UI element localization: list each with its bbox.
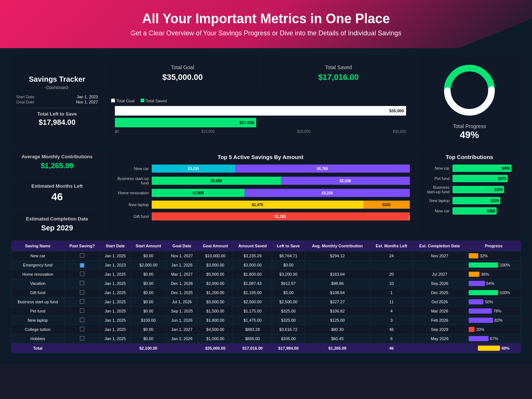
cell-past[interactable] bbox=[64, 251, 100, 261]
cell-avg-monthly: $98.86 bbox=[305, 279, 370, 288]
table-row: Hobbies Jan 1, 2025 $0.00 Jan 1, 2026 $1… bbox=[11, 334, 521, 343]
donut-chart bbox=[440, 61, 499, 120]
cell-goal-amount: $3,000.00 bbox=[198, 261, 233, 270]
cell-avg-monthly: $163.64 bbox=[305, 270, 370, 279]
bar-chart-card: Total Goal Total Saved $35,000 $17,016 bbox=[106, 93, 415, 146]
checkbox[interactable] bbox=[80, 281, 84, 285]
cell-avg-monthly: $125.00 bbox=[305, 316, 370, 325]
cell-left-to-save: $5.00 bbox=[272, 288, 305, 297]
cell-est-completion: Sep 2026 bbox=[413, 279, 466, 288]
cell-progress: 20% bbox=[466, 325, 521, 334]
cell-start-date: Jan 1, 2025 bbox=[100, 325, 130, 334]
top5-bar5-seg2: $5 bbox=[409, 212, 410, 220]
cell-start-amount: $0.00 bbox=[131, 307, 166, 316]
cell-left-to-save: $912.57 bbox=[272, 279, 305, 288]
cell-past[interactable]: ✓ bbox=[64, 261, 100, 270]
th-est-months: Est. Months Left bbox=[370, 241, 413, 251]
cell-goal-amount: $1,800.00 bbox=[198, 316, 233, 325]
th-amount-saved: Amount Saved bbox=[233, 241, 272, 251]
goal-date-value: Nov 1, 2027 bbox=[76, 100, 98, 104]
cell-past[interactable] bbox=[64, 270, 100, 279]
legend-goal: Total Goal bbox=[111, 99, 135, 103]
cell-past[interactable] bbox=[64, 297, 100, 307]
cell-goal-amount: $1,500.00 bbox=[198, 307, 233, 316]
completion-date-value: Sep 2029 bbox=[16, 224, 98, 232]
top5-title: Top 5 Active Savings By Amount bbox=[111, 154, 410, 160]
top5-chart: New car $3,235 $6,765 Business start-up … bbox=[111, 165, 410, 220]
total-goal-card: Total Goal $35,000.00 bbox=[106, 56, 259, 91]
cell-left-to-save: $6,764.71 bbox=[272, 251, 305, 261]
contrib-row-4: New car $300 bbox=[423, 207, 516, 215]
cell-goal-date: Nov 1, 2027 bbox=[166, 251, 197, 261]
total-saved-label: Total Saved bbox=[325, 64, 352, 70]
cell-est-months: 4 bbox=[370, 307, 413, 316]
cell-amount-saved: $1,195.00 bbox=[233, 288, 272, 297]
table-row: Pet fund Jan 1, 2025 $0.00 Sep 1, 2025 $… bbox=[11, 307, 521, 316]
cell-est-completion: May 2026 bbox=[413, 334, 466, 343]
checkbox[interactable] bbox=[80, 308, 84, 313]
checkbox[interactable] bbox=[80, 299, 84, 304]
footer-empty4 bbox=[413, 343, 466, 353]
cell-start-date: Jan 1, 2025 bbox=[100, 307, 130, 316]
cell-amount-saved: $1,800.00 bbox=[233, 270, 272, 279]
cell-name: Business start-up fund bbox=[11, 297, 64, 307]
mid-row: Average Monthly Contributions $1,265.09 … bbox=[11, 149, 521, 237]
checkbox[interactable] bbox=[80, 272, 84, 276]
completion-date-card: Estimated Completion Date Sep 2029 bbox=[11, 211, 103, 237]
total-goal-label: Total Goal bbox=[171, 64, 194, 70]
cell-est-months: 46 bbox=[370, 325, 413, 334]
cell-est-completion: Sep 2029 bbox=[413, 325, 466, 334]
top5-bar5-seg1: $1,195 bbox=[152, 212, 409, 220]
cell-progress: 54% bbox=[466, 279, 521, 288]
cell-goal-amount: $5,000.00 bbox=[198, 297, 233, 307]
contrib-bar-4: $300 bbox=[452, 207, 497, 215]
progress-card: Total Progress 49% bbox=[418, 56, 521, 146]
months-left-value: 46 bbox=[16, 191, 98, 203]
top5-bar3-seg1: $1,800 bbox=[152, 189, 244, 197]
cell-start-amount: $0.00 bbox=[131, 279, 166, 288]
table-row: Home renovation Jan 1, 2025 $0.00 Mar 1,… bbox=[11, 270, 521, 279]
top5-bar3-seg2: $3,200 bbox=[244, 189, 410, 197]
th-start-amount: Start Amount bbox=[131, 241, 166, 251]
cell-goal-date: Dec 1, 2025 bbox=[166, 288, 197, 297]
cell-past[interactable] bbox=[64, 279, 100, 288]
table-row: Gift fund Jan 1, 2025 $0.00 Dec 1, 2025 … bbox=[11, 288, 521, 297]
footer-goal-amount: $35,000.00 bbox=[198, 343, 233, 353]
checkbox[interactable] bbox=[80, 318, 84, 322]
cell-past[interactable] bbox=[64, 316, 100, 325]
cell-left-to-save: $3,200.00 bbox=[272, 270, 305, 279]
total-left-label: Total Left to Save bbox=[37, 111, 77, 117]
cell-past[interactable] bbox=[64, 334, 100, 343]
th-goal-amount: Goal Amount bbox=[198, 241, 233, 251]
cell-past[interactable] bbox=[64, 288, 100, 297]
cell-progress: 78% bbox=[466, 307, 521, 316]
x0: $0 bbox=[115, 130, 119, 134]
cell-past[interactable] bbox=[64, 307, 100, 316]
total-saved-value: $17,016.00 bbox=[318, 73, 359, 82]
cell-amount-saved: $1,087.43 bbox=[233, 279, 272, 288]
th-goal-date: Goal Date bbox=[166, 241, 197, 251]
top5-bar1-seg1: $3,235 bbox=[152, 165, 235, 173]
cell-start-amount: $0.00 bbox=[131, 334, 166, 343]
cell-est-months: 11 bbox=[370, 297, 413, 307]
footer-amount-saved: $17,016.00 bbox=[233, 343, 272, 353]
table-row: Business start-up fund Jan 1, 2025 $0.00… bbox=[11, 297, 521, 307]
checkbox[interactable]: ✓ bbox=[80, 263, 84, 268]
cell-left-to-save: $325.00 bbox=[272, 316, 305, 325]
cell-goal-amount: $1,000.00 bbox=[198, 334, 233, 343]
cell-start-date: Jan 1, 2025 bbox=[100, 288, 130, 297]
footer-label: Total bbox=[11, 343, 64, 353]
checkbox[interactable] bbox=[80, 327, 84, 331]
checkbox[interactable] bbox=[80, 336, 84, 340]
data-table: Saving Name Past Saving? Start Date Star… bbox=[11, 240, 521, 353]
cell-past[interactable] bbox=[64, 325, 100, 334]
checkbox[interactable] bbox=[80, 290, 84, 294]
cell-goal-amount: $5,000.00 bbox=[198, 270, 233, 279]
metrics-row: Total Goal $35,000.00 Total Saved $17,01… bbox=[106, 56, 415, 91]
checkbox[interactable] bbox=[80, 253, 84, 258]
cell-est-completion: Mar 2026 bbox=[413, 307, 466, 316]
cell-est-completion: Jul 2027 bbox=[413, 270, 466, 279]
cell-progress: 100% bbox=[466, 288, 521, 297]
top-contrib-title: Top Contributions bbox=[423, 154, 516, 160]
x-axis: $0 $10,000 $20,000 $30,000 bbox=[115, 130, 406, 134]
